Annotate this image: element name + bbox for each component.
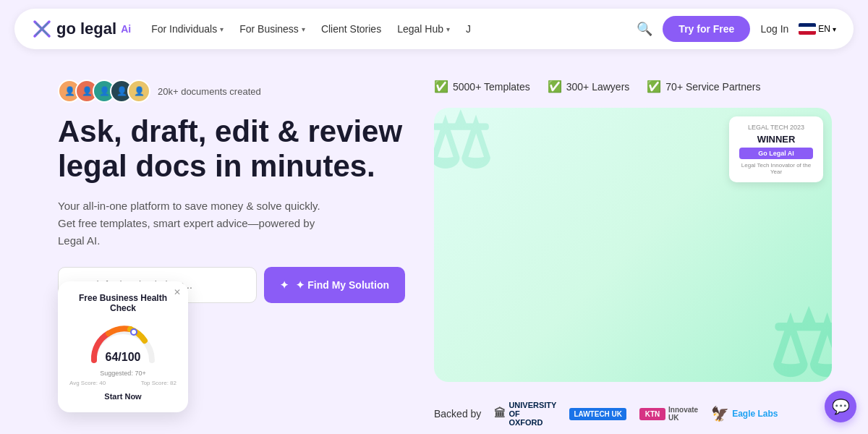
nav-legal-hub[interactable]: Legal Hub ▾ <box>397 23 450 35</box>
chevron-down-icon: ▾ <box>302 25 305 33</box>
backed-label: Backed by <box>434 408 481 420</box>
avatar: 👤 <box>127 80 150 103</box>
nav-for-individuals[interactable]: For Individuals ▾ <box>151 23 224 35</box>
avatar-group: 👤 👤 👤 👤 👤 <box>58 80 150 103</box>
winner-badge: LEGAL TECH 2023 WINNER Go Legal AI Legal… <box>729 116 823 182</box>
winner-brand: Go Legal AI <box>739 148 813 159</box>
winner-subtitle: Legal Tech Innovator of the Year <box>739 162 813 175</box>
language-selector[interactable]: EN ▾ <box>799 23 836 35</box>
lang-label: EN <box>818 24 830 34</box>
social-proof-label: 20k+ documents created <box>158 86 261 97</box>
star-icon: ✦ <box>280 279 289 291</box>
health-card: ✕ Free Business Health Check 64/100 Su <box>58 281 188 412</box>
oxford-text: UNIVERSITYOFOXFORD <box>509 401 556 427</box>
chat-button[interactable]: 💬 <box>825 391 856 422</box>
stat-lawyers-label: 300+ Lawyers <box>566 81 630 93</box>
nav-links: For Individuals ▾ For Business ▾ Client … <box>151 23 616 35</box>
ktn-badge: KTN <box>639 408 665 420</box>
hero-image: ⚖ ⚖ LEGAL TECH 2023 WINNER Go Legal AI L… <box>434 108 832 382</box>
chat-icon: 💬 <box>832 398 850 415</box>
backer-ktn: KTN InnovateUK <box>639 406 698 422</box>
social-proof-row: 👤 👤 👤 👤 👤 20k+ documents created <box>58 80 405 103</box>
gauge-chart: 64/100 <box>87 320 159 364</box>
gauge-suggested: Suggested: 70+ <box>69 370 176 377</box>
winner-seal-text: LEGAL TECH 2023 <box>739 124 813 131</box>
winner-title: WINNER <box>739 134 813 145</box>
navbar: go legalAi For Individuals ▾ For Busines… <box>14 9 854 49</box>
check-icon: ✅ <box>548 80 562 93</box>
stat-partners: ✅ 70+ Service Partners <box>647 80 760 93</box>
logo-text: go legal <box>56 20 116 38</box>
health-card-title: Free Business Health Check <box>69 293 176 313</box>
stat-partners-label: 70+ Service Partners <box>665 81 760 93</box>
stat-templates-label: 5000+ Templates <box>453 81 530 93</box>
find-solution-button[interactable]: ✦ ✦ Find My Solution <box>264 267 405 303</box>
nav-for-business[interactable]: For Business ▾ <box>239 23 305 35</box>
check-icon: ✅ <box>434 80 448 93</box>
stat-templates: ✅ 5000+ Templates <box>434 80 530 93</box>
chevron-down-icon: ▾ <box>220 25 224 33</box>
search-button[interactable]: 🔍 <box>637 21 652 37</box>
gauge-label-bad: Avg Score: 40 <box>69 380 106 386</box>
nav-actions: 🔍 Try for Free Log In EN ▾ <box>637 16 836 42</box>
chevron-down-icon: ▾ <box>446 25 450 33</box>
eagle-icon: 🦅 <box>711 405 729 422</box>
close-icon[interactable]: ✕ <box>174 287 181 297</box>
svg-point-0 <box>131 329 137 335</box>
try-for-free-button[interactable]: Try for Free <box>663 16 750 42</box>
hero-right: ✅ 5000+ Templates ✅ 300+ Lawyers ✅ 70+ S… <box>434 80 832 434</box>
lawtech-badge: LAWTECH UK <box>569 408 626 420</box>
eaglelabs-text: Eagle Labs <box>732 409 778 419</box>
backer-lawtech: LAWTECH UK <box>569 408 626 420</box>
find-btn-label: ✦ Find My Solution <box>294 279 389 291</box>
logo-ai-badge: Ai <box>121 23 131 35</box>
gauge-score: 64/100 <box>106 351 141 364</box>
hero-subtitle: Your all-in-one platform to save money &… <box>58 197 333 250</box>
logo[interactable]: go legalAi <box>32 19 131 39</box>
gauge-labels: Avg Score: 40 Top Score: 82 <box>69 380 176 386</box>
chevron-down-icon: ▾ <box>833 25 836 33</box>
backer-eaglelabs: 🦅 Eagle Labs <box>711 405 778 422</box>
watermark-bottom: ⚖ <box>768 296 832 382</box>
uk-flag-icon <box>799 23 816 35</box>
hero-title: Ask, draft, edit & review legal docs in … <box>58 114 405 184</box>
gauge-label-good: Top Score: 82 <box>141 380 176 386</box>
start-now-button[interactable]: Start Now <box>69 392 176 401</box>
stats-row: ✅ 5000+ Templates ✅ 300+ Lawyers ✅ 70+ S… <box>434 80 832 93</box>
watermark-top: ⚖ <box>434 108 492 185</box>
hero-left: 👤 👤 👤 👤 👤 20k+ documents created Ask, dr… <box>58 80 405 434</box>
nav-extra[interactable]: J <box>466 23 471 35</box>
backer-oxford: 🏛 UNIVERSITYOFOXFORD <box>494 401 556 427</box>
main-content: 👤 👤 👤 👤 👤 20k+ documents created Ask, dr… <box>0 58 868 434</box>
check-icon: ✅ <box>647 80 661 93</box>
nav-client-stories[interactable]: Client Stories <box>321 23 381 35</box>
login-link[interactable]: Log In <box>760 23 788 35</box>
backed-by-row: Backed by 🏛 UNIVERSITYOFOXFORD LAWTECH U… <box>434 393 832 434</box>
innovate-text: InnovateUK <box>668 406 698 422</box>
stat-lawyers: ✅ 300+ Lawyers <box>548 80 630 93</box>
